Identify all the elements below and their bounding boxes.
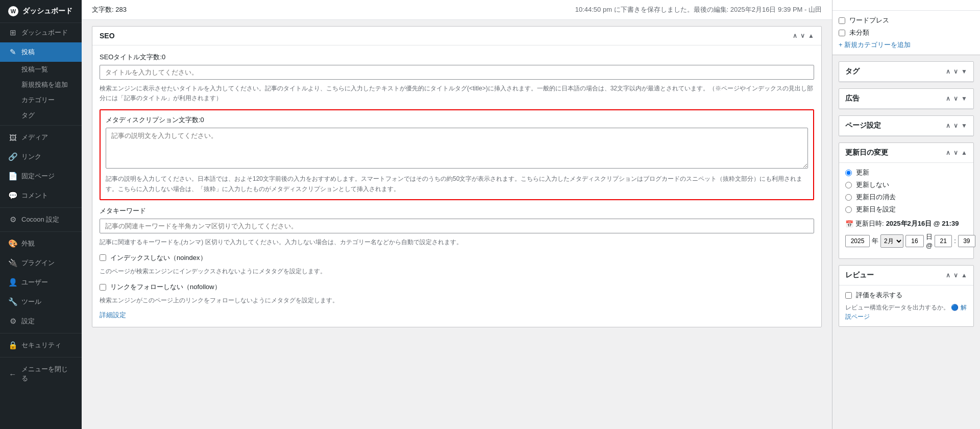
sidebar-item-add-post[interactable]: 新規投稿を追加 bbox=[0, 77, 82, 92]
review-title: レビュー bbox=[845, 271, 874, 280]
review-content: 評価を表示する レビュー構造化データを出力するか。 🔵 解説ページ bbox=[839, 285, 973, 326]
sidebar-item-posts-list[interactable]: 投稿一覧 bbox=[0, 62, 82, 77]
plugins-icon: 🔌 bbox=[8, 258, 17, 268]
page-settings-header: ページ設定 ∧ ∨ ▼ bbox=[839, 116, 973, 136]
year-input[interactable] bbox=[845, 235, 870, 247]
nofollow-checkbox[interactable] bbox=[100, 284, 106, 291]
meta-desc-textarea[interactable] bbox=[106, 128, 808, 169]
sidebar-item-label: 固定ページ bbox=[21, 172, 55, 181]
seo-title-input[interactable] bbox=[100, 65, 814, 80]
sidebar-item-label: メニューを閉じる bbox=[21, 365, 74, 383]
review-up[interactable]: ∧ bbox=[946, 272, 950, 279]
sidebar-item-users[interactable]: 👤 ユーザー bbox=[0, 273, 82, 292]
sidebar-item-label: プラグイン bbox=[21, 258, 55, 268]
day-input[interactable] bbox=[905, 235, 924, 247]
category-wordpress-label: ワードプレス bbox=[849, 16, 889, 25]
sidebar-item-dashboard[interactable]: ⊞ ダッシュボード bbox=[0, 23, 82, 42]
sidebar-item-comments[interactable]: 💬 コメント bbox=[0, 186, 82, 205]
option-no-update-radio[interactable] bbox=[845, 182, 852, 188]
seo-section: SEO ∧ ∨ ▲ SEOタイトル文字数:0 検索エンジンに表示させたいタイトル bbox=[92, 26, 822, 327]
add-category-link[interactable]: + 新規カテゴリーを追加 bbox=[839, 41, 911, 49]
seo-section-controls: ∧ ∨ ▲ bbox=[793, 32, 814, 39]
option-no-update-label: 更新しない bbox=[856, 180, 889, 189]
noindex-row: インデックスしない（noindex） bbox=[100, 253, 814, 263]
update-date-value: 2025年2月16日 @ 21:39 bbox=[886, 219, 959, 228]
sidebar-item-close-menu[interactable]: ← メニューを閉じる bbox=[0, 360, 82, 388]
hour-input[interactable] bbox=[935, 235, 952, 247]
ad-panel: 広告 ∧ ∨ ▼ bbox=[839, 88, 974, 109]
tags-collapse-down[interactable]: ∨ bbox=[953, 68, 958, 75]
collapse-down-button[interactable]: ∨ bbox=[800, 32, 805, 39]
sidebar-item-label: Cocoon 設定 bbox=[21, 215, 59, 224]
tags-toggle[interactable]: ▼ bbox=[961, 68, 967, 75]
show-rating-checkbox[interactable] bbox=[845, 292, 852, 299]
review-toggle[interactable]: ▲ bbox=[961, 272, 967, 279]
page-settings-toggle[interactable]: ▼ bbox=[961, 122, 967, 129]
update-date-down[interactable]: ∨ bbox=[953, 149, 958, 156]
month-select[interactable]: 2月 1月 3月 bbox=[880, 234, 903, 248]
option-set-date-radio[interactable] bbox=[845, 206, 852, 213]
noindex-checkbox[interactable] bbox=[100, 254, 106, 261]
ad-collapse-up[interactable]: ∧ bbox=[946, 95, 950, 102]
category-uncategorized: 未分類 bbox=[839, 28, 974, 37]
sidebar-item-label: ダッシュボード bbox=[21, 28, 68, 37]
sidebar-item-tags[interactable]: タグ bbox=[0, 108, 82, 123]
keyword-input[interactable] bbox=[100, 219, 814, 233]
sidebar-item-categories[interactable]: カテゴリー bbox=[0, 92, 82, 108]
detail-settings-link[interactable]: 詳細設定 bbox=[100, 311, 126, 319]
nofollow-help: 検索エンジンがこのページ上のリンクをフォローしないようにメタタグを設定します。 bbox=[100, 296, 814, 305]
save-info: 10:44:50 pm に下書きを保存しました。最後の編集: 2025年2月16… bbox=[575, 5, 822, 14]
option-update-label: 更新 bbox=[856, 168, 869, 177]
toggle-button[interactable]: ▲ bbox=[808, 32, 814, 39]
sidebar-item-tools[interactable]: 🔧 ツール bbox=[0, 292, 82, 312]
tags-collapse-up[interactable]: ∧ bbox=[946, 68, 950, 75]
option-clear-date-label: 更新日の消去 bbox=[856, 193, 896, 202]
show-rating-row: 評価を表示する bbox=[845, 291, 967, 300]
calendar-icon: 📅 bbox=[845, 220, 853, 228]
page-settings-title: ページ設定 bbox=[845, 121, 881, 130]
keyword-help: 記事に関連するキーワードを,(カンマ) 区切りで入力してください。入力しない場合… bbox=[100, 237, 814, 247]
update-date-controls: ∧ ∨ ▲ bbox=[946, 149, 967, 156]
page-settings-up[interactable]: ∧ bbox=[946, 122, 950, 129]
tags-header: タグ ∧ ∨ ▼ bbox=[839, 62, 973, 82]
word-count: 文字数: 283 bbox=[92, 5, 127, 14]
update-date-up[interactable]: ∧ bbox=[946, 149, 950, 156]
sidebar-item-plugins[interactable]: 🔌 プラグイン bbox=[0, 253, 82, 273]
minute-input[interactable] bbox=[958, 235, 975, 247]
noindex-label: インデックスしない（noindex） bbox=[110, 253, 207, 263]
sidebar-item-label: ツール bbox=[21, 297, 41, 306]
option-clear-date-radio[interactable] bbox=[845, 194, 852, 201]
category-uncategorized-checkbox[interactable] bbox=[839, 30, 845, 36]
sidebar-item-media[interactable]: 🖼 メディア bbox=[0, 128, 82, 147]
ad-collapse-down[interactable]: ∨ bbox=[953, 95, 958, 102]
category-uncategorized-label: 未分類 bbox=[849, 28, 869, 37]
category-wordpress: ワードプレス bbox=[839, 16, 974, 25]
update-date-label: 更新日時: bbox=[855, 219, 884, 228]
seo-content: SEOタイトル文字数:0 検索エンジンに表示させたいタイトルを入力してください。… bbox=[92, 45, 821, 327]
sidebar-item-links[interactable]: 🔗 リンク bbox=[0, 147, 82, 166]
year-label: 年 bbox=[872, 236, 878, 246]
dashboard-icon: ⊞ bbox=[8, 28, 17, 37]
sidebar-item-security[interactable]: 🔒 セキュリティ bbox=[0, 336, 82, 355]
ad-title: 広告 bbox=[845, 94, 860, 103]
update-options: 更新 更新しない 更新日の消去 更新日を設定 bbox=[845, 168, 967, 214]
tags-controls: ∧ ∨ ▼ bbox=[946, 68, 967, 75]
option-update-radio[interactable] bbox=[845, 170, 852, 176]
status-bar: 文字数: 283 10:44:50 pm に下書きを保存しました。最後の編集: … bbox=[82, 0, 832, 20]
keyword-label: メタキーワード bbox=[100, 206, 814, 216]
sidebar-item-settings[interactable]: ⚙ 設定 bbox=[0, 312, 82, 331]
update-date-toggle[interactable]: ▲ bbox=[961, 149, 967, 156]
sidebar-item-cocoon[interactable]: ⚙ Cocoon 設定 bbox=[0, 210, 82, 229]
category-wordpress-checkbox[interactable] bbox=[839, 17, 845, 24]
ad-toggle[interactable]: ▼ bbox=[961, 95, 967, 102]
review-down[interactable]: ∨ bbox=[953, 272, 958, 279]
meta-description-box: メタディスクリプション文字数:0 記事の説明を入力してください。日本語では、およ… bbox=[100, 109, 814, 200]
update-date-title: 更新日の変更 bbox=[845, 148, 888, 157]
page-settings-down[interactable]: ∨ bbox=[953, 122, 958, 129]
sidebar-item-posts[interactable]: ✎ 投稿 bbox=[0, 42, 82, 62]
collapse-up-button[interactable]: ∧ bbox=[793, 32, 797, 39]
sidebar-item-appearance[interactable]: 🎨 外観 bbox=[0, 234, 82, 253]
sidebar-item-pages[interactable]: 📄 固定ページ bbox=[0, 166, 82, 186]
users-icon: 👤 bbox=[8, 278, 17, 287]
option-no-update: 更新しない bbox=[845, 180, 967, 189]
